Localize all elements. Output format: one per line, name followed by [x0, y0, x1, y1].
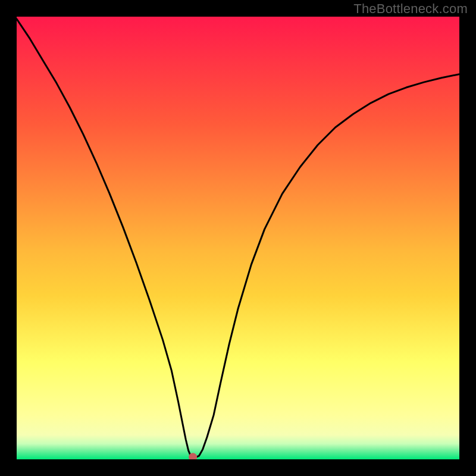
- chart-svg: [17, 17, 459, 459]
- watermark-text: TheBottleneck.com: [353, 1, 468, 17]
- chart-outer-frame: TheBottleneck.com: [0, 0, 476, 476]
- chart-plot-area: [17, 17, 459, 459]
- chart-background-gradient: [17, 17, 459, 459]
